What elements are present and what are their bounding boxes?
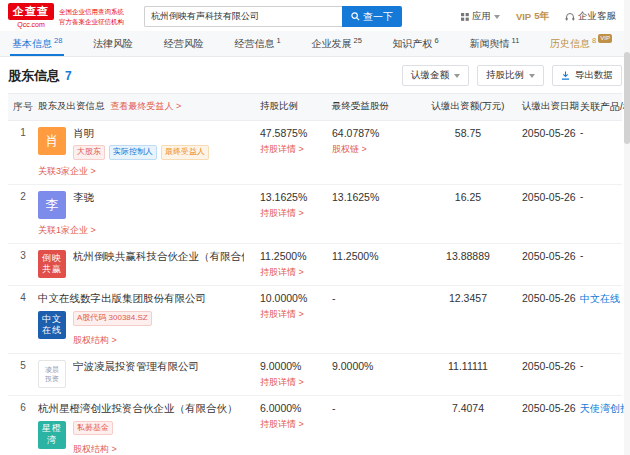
tab-label: 历史信息 <box>550 37 590 51</box>
shareholder-avatar[interactable]: 星橙湾 <box>38 421 66 449</box>
search-icon <box>351 12 360 21</box>
download-icon <box>561 71 570 80</box>
shareholder-name[interactable]: 宁波凌晨投资管理有限公司 <box>73 360 199 374</box>
tab-8[interactable]: 历史信息8VIP <box>548 31 614 56</box>
apps-label: 应用 <box>472 10 491 23</box>
sort-by-amount-button[interactable]: 认缴金额 <box>402 65 469 86</box>
tab-1[interactable]: 基本信息28 <box>10 31 64 56</box>
subscribed-amount-value: 58.75 <box>420 127 516 178</box>
col-product: 关联产品/机构 <box>578 100 630 114</box>
customer-service[interactable]: 企业客服 <box>565 10 616 23</box>
qcc-logo[interactable]: 企查查 Qcc.com <box>8 3 54 29</box>
section-actions: 认缴金额 持股比例 导出数据 <box>402 65 622 86</box>
shareholder-avatar[interactable]: 肖 <box>38 127 66 155</box>
related-product-value: - <box>578 250 630 279</box>
scrollbar-thumb[interactable] <box>624 52 630 144</box>
shareholder-cell: 中文在线数字出版集团股份有限公司中文在线A股代码 300384.SZ股权结构 > <box>38 292 250 347</box>
export-label: 导出数据 <box>575 69 613 82</box>
shareholder-name[interactable]: 杭州倒映共赢科技合伙企业（有限合伙） <box>73 250 244 264</box>
tab-2[interactable]: 法律风险 <box>91 31 135 56</box>
shareholder-info: 杭州倒映共赢科技合伙企业（有限合伙） <box>73 250 244 278</box>
tab-6[interactable]: 知识产权6 <box>391 31 441 56</box>
table-header: 序号 股东及出资信息查看最终受益人 > 持股比例 最终受益股份 认缴出资额(万元… <box>8 93 622 121</box>
tab-bar: 基本信息28法律风险经营风险经营信息1企业发展25知识产权6新闻舆情11历史信息… <box>0 31 630 57</box>
shareholding-ratio-value: 10.0000% <box>260 292 324 304</box>
view-beneficiary-link[interactable]: 查看最终受益人 > <box>111 101 182 111</box>
related-product-value[interactable]: 中文在线 <box>578 292 630 347</box>
avatar-text: 投资 <box>45 374 59 383</box>
tab-count: 25 <box>354 36 362 45</box>
shareholder-info: 私募基金股权结构 > <box>73 421 117 455</box>
shareholder-tags: 私募基金 <box>73 421 117 436</box>
ratio-cell: 6.0000%持股详情 > <box>250 402 324 455</box>
equity-chain-link[interactable]: 股权链 > <box>332 143 420 156</box>
slogan-line-1: 全国企业信用查询系统 <box>59 7 124 16</box>
shareholder-avatar[interactable]: 倒映共赢 <box>38 250 66 278</box>
related-product-value: - <box>578 127 630 178</box>
export-data-button[interactable]: 导出数据 <box>552 65 622 86</box>
shareholder-name[interactable]: 李骁 <box>73 191 94 205</box>
shareholder-avatar[interactable]: 李 <box>38 191 66 219</box>
tab-label: 新闻舆情 <box>470 37 510 51</box>
shareholder-main: 李李骁 <box>38 191 244 219</box>
logo-text: 企查查 <box>8 3 54 20</box>
shareholder-main: 肖肖明大股东实际控制人最终受益人 <box>38 127 244 160</box>
benefit-cell: 13.1625% <box>324 191 420 237</box>
table-row: 5凌晨投资宁波凌晨投资管理有限公司9.0000%持股详情 >9.0000%11.… <box>8 354 622 396</box>
tab-count: 8 <box>592 36 596 45</box>
tab-5[interactable]: 企业发展25 <box>310 31 364 56</box>
related-companies-link[interactable]: 关联3家企业 > <box>38 165 244 178</box>
service-label: 企业客服 <box>578 10 616 23</box>
shareholding-detail-link[interactable]: 持股详情 > <box>260 418 324 431</box>
apps-menu[interactable]: 应用 <box>461 10 500 23</box>
avatar-text: 中文 <box>42 314 62 325</box>
shareholding-detail-link[interactable]: 持股详情 > <box>260 143 324 156</box>
subscription-date-value: 2050-05-26 <box>516 402 578 455</box>
related-companies-link[interactable]: 关联1家企业 > <box>38 224 244 237</box>
shareholding-ratio-value: 13.1625% <box>260 191 324 203</box>
caret-down-icon <box>494 15 500 19</box>
sort-ratio-label: 持股比例 <box>486 69 524 82</box>
vip-label: VIP <box>516 11 531 22</box>
table-row: 1肖肖明大股东实际控制人最终受益人关联3家企业 >47.5875%持股详情 >6… <box>8 121 622 185</box>
tab-3[interactable]: 经营风险 <box>162 31 206 56</box>
ratio-cell: 9.0000%持股详情 > <box>250 360 324 389</box>
shareholder-avatar[interactable]: 凌晨投资 <box>38 360 66 388</box>
related-product-value: - <box>578 360 630 389</box>
equity-structure-link[interactable]: 股权结构 > <box>73 443 117 455</box>
avatar-text: 凌晨 <box>45 365 59 374</box>
tab-7[interactable]: 新闻舆情11 <box>468 31 522 56</box>
subscription-date-value: 2050-05-26 <box>516 250 578 279</box>
equity-structure-link[interactable]: 股权结构 > <box>73 334 152 347</box>
search-button-label: 查一下 <box>363 10 393 24</box>
search-button[interactable]: 查一下 <box>342 6 402 27</box>
shareholder-name[interactable]: 杭州星橙湾创业投资合伙企业（有限合伙） <box>38 402 244 416</box>
scrollbar[interactable] <box>624 0 630 455</box>
caret-down-icon <box>529 74 535 78</box>
shareholder-tag: 大股东 <box>73 145 105 160</box>
beneficiary-shares-value: - <box>332 292 420 304</box>
shareholding-detail-link[interactable]: 持股详情 > <box>260 308 324 321</box>
subscription-date-value: 2050-05-26 <box>516 191 578 237</box>
table-row: 4中文在线数字出版集团股份有限公司中文在线A股代码 300384.SZ股权结构 … <box>8 286 622 354</box>
avatar-text: 湾 <box>47 435 57 446</box>
shareholder-name[interactable]: 肖明 <box>73 127 209 141</box>
tab-label: 知识产权 <box>393 37 433 51</box>
shareholding-detail-link[interactable]: 持股详情 > <box>260 266 324 279</box>
shareholding-detail-link[interactable]: 持股详情 > <box>260 376 324 389</box>
row-index: 5 <box>8 360 38 389</box>
shareholder-name[interactable]: 中文在线数字出版集团股份有限公司 <box>38 292 244 306</box>
sort-by-ratio-button[interactable]: 持股比例 <box>477 65 544 86</box>
table-row: 6杭州星橙湾创业投资合伙企业（有限合伙）星橙湾私募基金股权结构 >6.0000%… <box>8 396 622 455</box>
col-holder: 股东及出资信息查看最终受益人 > <box>38 100 250 114</box>
shareholder-info: 宁波凌晨投资管理有限公司 <box>73 360 199 388</box>
ratio-cell: 47.5875%持股详情 > <box>250 127 324 178</box>
shareholding-detail-link[interactable]: 持股详情 > <box>260 207 324 220</box>
shareholder-avatar[interactable]: 中文在线 <box>38 311 66 339</box>
ratio-cell: 13.1625%持股详情 > <box>250 191 324 237</box>
search-input[interactable] <box>144 6 342 27</box>
tab-4[interactable]: 经营信息1 <box>233 31 283 56</box>
related-product-value[interactable]: 天使湾创投 <box>578 402 630 455</box>
avatar-text: 在线 <box>42 325 62 336</box>
vip-status[interactable]: VIP 5年 <box>516 10 549 23</box>
